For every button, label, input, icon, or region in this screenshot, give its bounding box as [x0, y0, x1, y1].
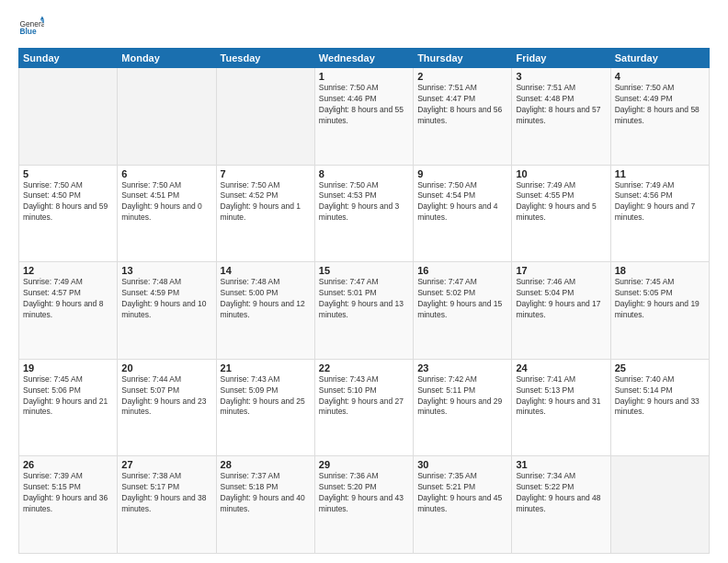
- day-info: Sunrise: 7:45 AM Sunset: 5:05 PM Dayligh…: [615, 277, 705, 321]
- day-info: Sunrise: 7:45 AM Sunset: 5:06 PM Dayligh…: [23, 374, 113, 419]
- day-cell: 3 Sunrise: 7:51 AM Sunset: 4:48 PM Dayli…: [512, 68, 610, 166]
- day-info: Sunrise: 7:43 AM Sunset: 5:10 PM Dayligh…: [319, 374, 409, 419]
- day-cell: 11 Sunrise: 7:49 AM Sunset: 4:56 PM Dayl…: [610, 165, 709, 262]
- day-cell: 31 Sunrise: 7:34 AM Sunset: 5:22 PM Dayl…: [512, 456, 610, 554]
- day-number: 16: [417, 265, 507, 276]
- day-cell: 6 Sunrise: 7:50 AM Sunset: 4:51 PM Dayli…: [118, 165, 216, 262]
- day-number: 22: [319, 362, 409, 373]
- day-number: 14: [221, 265, 311, 276]
- svg-text:Blue: Blue: [19, 27, 36, 36]
- weekday-header-tuesday: Tuesday: [216, 49, 314, 68]
- day-info: Sunrise: 7:46 AM Sunset: 5:04 PM Dayligh…: [516, 277, 606, 321]
- week-row-3: 12 Sunrise: 7:49 AM Sunset: 4:57 PM Dayl…: [19, 262, 710, 360]
- day-info: Sunrise: 7:50 AM Sunset: 4:54 PM Dayligh…: [417, 180, 507, 224]
- day-cell: 1 Sunrise: 7:50 AM Sunset: 4:46 PM Dayli…: [314, 68, 413, 166]
- day-info: Sunrise: 7:40 AM Sunset: 5:14 PM Dayligh…: [615, 374, 705, 419]
- day-cell: 25 Sunrise: 7:40 AM Sunset: 5:14 PM Dayl…: [610, 359, 709, 456]
- day-cell: 7 Sunrise: 7:50 AM Sunset: 4:52 PM Dayli…: [216, 165, 314, 262]
- day-cell: 30 Sunrise: 7:35 AM Sunset: 5:21 PM Dayl…: [414, 456, 512, 554]
- day-cell: 24 Sunrise: 7:41 AM Sunset: 5:13 PM Dayl…: [512, 359, 610, 456]
- day-cell: 21 Sunrise: 7:43 AM Sunset: 5:09 PM Dayl…: [216, 359, 314, 456]
- day-cell: 23 Sunrise: 7:42 AM Sunset: 5:11 PM Dayl…: [414, 359, 512, 456]
- day-cell: 5 Sunrise: 7:50 AM Sunset: 4:50 PM Dayli…: [19, 165, 118, 262]
- day-number: 24: [516, 362, 606, 373]
- day-number: 11: [615, 168, 705, 179]
- day-number: 21: [221, 362, 311, 373]
- day-cell: 15 Sunrise: 7:47 AM Sunset: 5:01 PM Dayl…: [314, 262, 413, 360]
- day-number: 13: [121, 265, 211, 276]
- day-info: Sunrise: 7:38 AM Sunset: 5:17 PM Dayligh…: [121, 471, 211, 515]
- calendar-table: SundayMondayTuesdayWednesdayThursdayFrid…: [18, 48, 710, 554]
- day-number: 15: [319, 265, 409, 276]
- week-row-2: 5 Sunrise: 7:50 AM Sunset: 4:50 PM Dayli…: [19, 165, 710, 262]
- day-info: Sunrise: 7:49 AM Sunset: 4:56 PM Dayligh…: [615, 180, 705, 224]
- day-info: Sunrise: 7:51 AM Sunset: 4:48 PM Dayligh…: [516, 83, 606, 127]
- day-cell: 9 Sunrise: 7:50 AM Sunset: 4:54 PM Dayli…: [414, 165, 512, 262]
- weekday-header-thursday: Thursday: [414, 49, 512, 68]
- day-info: Sunrise: 7:50 AM Sunset: 4:52 PM Dayligh…: [221, 180, 311, 224]
- day-cell: [610, 456, 709, 554]
- day-number: 29: [319, 459, 409, 470]
- day-number: 17: [516, 265, 606, 276]
- day-cell: [216, 68, 314, 166]
- weekday-header-sunday: Sunday: [19, 49, 118, 68]
- day-cell: [118, 68, 216, 166]
- logo: General Blue: [18, 15, 44, 40]
- day-number: 10: [516, 168, 606, 179]
- day-info: Sunrise: 7:50 AM Sunset: 4:49 PM Dayligh…: [615, 83, 705, 127]
- day-number: 25: [615, 362, 705, 373]
- generalblue-logo-icon: General Blue: [18, 15, 44, 40]
- day-number: 28: [221, 459, 311, 470]
- day-info: Sunrise: 7:50 AM Sunset: 4:53 PM Dayligh…: [319, 180, 409, 224]
- day-cell: 20 Sunrise: 7:44 AM Sunset: 5:07 PM Dayl…: [118, 359, 216, 456]
- day-number: 5: [23, 168, 113, 179]
- day-number: 31: [516, 459, 606, 470]
- day-number: 18: [615, 265, 705, 276]
- day-info: Sunrise: 7:42 AM Sunset: 5:11 PM Dayligh…: [417, 374, 507, 419]
- week-row-1: 1 Sunrise: 7:50 AM Sunset: 4:46 PM Dayli…: [19, 68, 710, 166]
- day-cell: 10 Sunrise: 7:49 AM Sunset: 4:55 PM Dayl…: [512, 165, 610, 262]
- day-info: Sunrise: 7:49 AM Sunset: 4:57 PM Dayligh…: [23, 277, 113, 321]
- day-cell: 28 Sunrise: 7:37 AM Sunset: 5:18 PM Dayl…: [216, 456, 314, 554]
- day-number: 27: [121, 459, 211, 470]
- day-cell: 22 Sunrise: 7:43 AM Sunset: 5:10 PM Dayl…: [314, 359, 413, 456]
- day-info: Sunrise: 7:34 AM Sunset: 5:22 PM Dayligh…: [516, 471, 606, 515]
- day-number: 1: [319, 71, 409, 82]
- day-number: 6: [121, 168, 211, 179]
- day-number: 7: [221, 168, 311, 179]
- day-number: 20: [121, 362, 211, 373]
- day-cell: 18 Sunrise: 7:45 AM Sunset: 5:05 PM Dayl…: [610, 262, 709, 360]
- day-info: Sunrise: 7:47 AM Sunset: 5:01 PM Dayligh…: [319, 277, 409, 321]
- day-cell: 17 Sunrise: 7:46 AM Sunset: 5:04 PM Dayl…: [512, 262, 610, 360]
- day-info: Sunrise: 7:43 AM Sunset: 5:09 PM Dayligh…: [221, 374, 311, 419]
- day-number: 26: [23, 459, 113, 470]
- day-cell: 26 Sunrise: 7:39 AM Sunset: 5:15 PM Dayl…: [19, 456, 118, 554]
- day-cell: [19, 68, 118, 166]
- day-info: Sunrise: 7:50 AM Sunset: 4:51 PM Dayligh…: [121, 180, 211, 224]
- day-cell: 13 Sunrise: 7:48 AM Sunset: 4:59 PM Dayl…: [118, 262, 216, 360]
- day-info: Sunrise: 7:50 AM Sunset: 4:50 PM Dayligh…: [23, 180, 113, 224]
- day-cell: 4 Sunrise: 7:50 AM Sunset: 4:49 PM Dayli…: [610, 68, 709, 166]
- day-info: Sunrise: 7:51 AM Sunset: 4:47 PM Dayligh…: [417, 83, 507, 127]
- weekday-header-wednesday: Wednesday: [314, 49, 413, 68]
- day-cell: 16 Sunrise: 7:47 AM Sunset: 5:02 PM Dayl…: [414, 262, 512, 360]
- weekday-header-saturday: Saturday: [610, 49, 709, 68]
- day-number: 3: [516, 71, 606, 82]
- day-info: Sunrise: 7:37 AM Sunset: 5:18 PM Dayligh…: [221, 471, 311, 515]
- day-info: Sunrise: 7:39 AM Sunset: 5:15 PM Dayligh…: [23, 471, 113, 515]
- day-number: 9: [417, 168, 507, 179]
- week-row-5: 26 Sunrise: 7:39 AM Sunset: 5:15 PM Dayl…: [19, 456, 710, 554]
- day-info: Sunrise: 7:48 AM Sunset: 4:59 PM Dayligh…: [121, 277, 211, 321]
- svg-marker-2: [40, 16, 44, 19]
- day-number: 4: [615, 71, 705, 82]
- weekday-header-monday: Monday: [118, 49, 216, 68]
- day-cell: 19 Sunrise: 7:45 AM Sunset: 5:06 PM Dayl…: [19, 359, 118, 456]
- day-info: Sunrise: 7:36 AM Sunset: 5:20 PM Dayligh…: [319, 471, 409, 515]
- weekday-header-friday: Friday: [512, 49, 610, 68]
- day-number: 2: [417, 71, 507, 82]
- day-number: 8: [319, 168, 409, 179]
- day-cell: 29 Sunrise: 7:36 AM Sunset: 5:20 PM Dayl…: [314, 456, 413, 554]
- day-cell: 8 Sunrise: 7:50 AM Sunset: 4:53 PM Dayli…: [314, 165, 413, 262]
- day-info: Sunrise: 7:44 AM Sunset: 5:07 PM Dayligh…: [121, 374, 211, 419]
- day-number: 19: [23, 362, 113, 373]
